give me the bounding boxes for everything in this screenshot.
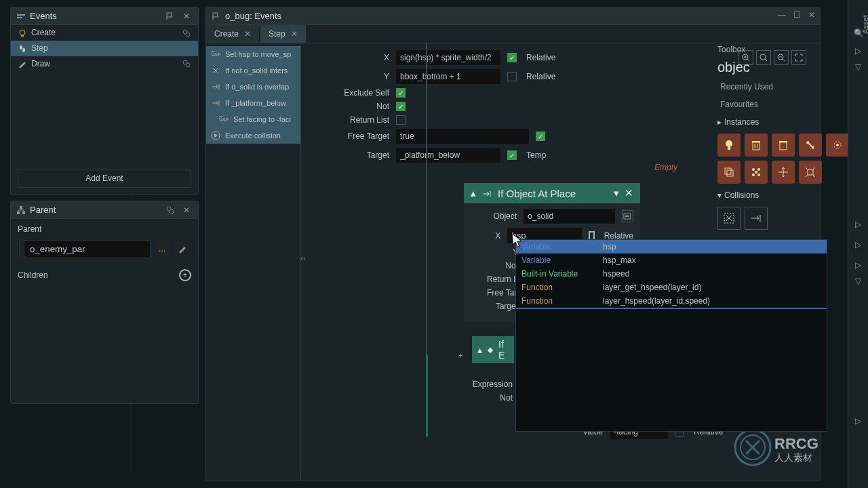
add-child-button[interactable]: + (179, 269, 191, 281)
svg-rect-29 (752, 141, 760, 142)
tab-close-icon[interactable]: ✕ (244, 29, 251, 39)
toolbox-instances-section[interactable]: ▸Instances (712, 113, 858, 131)
chain-icon (182, 28, 191, 38)
autocomplete-item[interactable]: Variablehsp (516, 240, 827, 253)
block-close-icon[interactable]: ✕ (625, 187, 633, 199)
action-item[interactable]: VARSet hsp to move_sp (206, 46, 300, 62)
action-label: If _platform_below (225, 99, 286, 107)
chevron-down-icon[interactable]: ▽ (855, 62, 861, 72)
field-label: X (342, 53, 389, 62)
add-event-button[interactable]: Add Event (18, 169, 191, 188)
toolbox-recently-used[interactable]: Recently Used (712, 78, 858, 96)
bracket-line (426, 43, 427, 355)
parent-more-button[interactable]: ... (155, 241, 170, 256)
x-field[interactable]: sign(hsp) * sprite_width/2 (396, 50, 500, 65)
if-expression-block-header[interactable]: ▴ If E (472, 336, 514, 363)
tab-create[interactable]: Create ✕ (206, 25, 259, 43)
relative-label: Relative (526, 72, 555, 81)
play-icon (210, 130, 221, 141)
collapse-icon[interactable]: ▴ (477, 344, 482, 355)
tool-trash2-button[interactable] (772, 134, 795, 157)
field-label: X (487, 231, 500, 241)
target-field[interactable]: _platform_below (396, 148, 500, 163)
bracket-line-green (426, 355, 428, 436)
events-close-icon[interactable]: ✕ (180, 12, 193, 21)
tool-grid-button[interactable] (745, 161, 768, 184)
relative-checkbox[interactable] (507, 53, 517, 62)
field-label: Object (487, 211, 517, 221)
collapse-icon[interactable]: ▴ (471, 187, 476, 199)
tool-arrows-button[interactable] (772, 161, 795, 184)
target-checkbox[interactable] (507, 150, 517, 160)
return-checkbox[interactable] (396, 115, 406, 125)
tab-close-icon[interactable]: ✕ (291, 29, 298, 39)
parent-input[interactable] (24, 240, 151, 258)
block-header[interactable]: ▴ If Object At Place ▾ ✕ (464, 183, 640, 203)
minimize-button[interactable]: — (775, 9, 789, 21)
toolbox-favourites[interactable]: Favourites (712, 96, 858, 113)
tab-step[interactable]: Step ✕ (260, 25, 306, 43)
relative-checkbox[interactable] (507, 72, 517, 81)
tool-lightbulb-button[interactable] (717, 134, 741, 157)
chevron-right-icon[interactable]: ▷ (855, 260, 861, 270)
tool-trash-button[interactable] (745, 134, 768, 157)
tool-link-button[interactable] (799, 134, 822, 157)
toolbox-collisions-section[interactable]: ▾Collisions (712, 186, 858, 204)
action-item[interactable]: If o_solid is overlap (206, 79, 300, 95)
tool-copy-button[interactable] (717, 161, 741, 184)
autocomplete-item[interactable]: Functionlayer_hspeed(layer_id,speed) (516, 294, 827, 309)
toolbox-search (712, 57, 858, 78)
free-checkbox[interactable] (536, 131, 545, 141)
not-checkbox[interactable] (396, 102, 406, 111)
tool-center-button[interactable] (799, 161, 822, 184)
svg-point-33 (836, 144, 839, 146)
action-item[interactable]: If not o_solid inters (206, 62, 300, 79)
chevron-down-icon: ▾ (717, 190, 722, 200)
object-field[interactable]: o_solid (524, 209, 615, 224)
chevron-right-icon[interactable]: ▷ (855, 240, 861, 249)
chain-icon[interactable] (165, 205, 175, 215)
field-label: Free Target (342, 131, 389, 141)
svg-rect-28 (753, 142, 760, 150)
chevron-down-icon[interactable]: ▽ (855, 277, 861, 286)
collision-arrow-button[interactable] (745, 207, 768, 230)
search-icon[interactable]: 🔍 (854, 28, 864, 38)
event-create[interactable]: Create (11, 25, 198, 41)
block-title: If E (498, 339, 509, 361)
chevron-right-icon[interactable]: ▷ (855, 220, 861, 229)
chevron-right-icon[interactable]: ▷ (855, 416, 861, 426)
exclude-checkbox[interactable] (396, 88, 406, 98)
collision-cross-button[interactable] (717, 207, 741, 230)
parent-edit-button[interactable] (174, 241, 191, 257)
parent-sprite-box[interactable] (18, 239, 20, 258)
empty-label: Empty (654, 163, 677, 172)
svg-point-5 (186, 33, 190, 37)
events-list: Create Step Draw (11, 25, 198, 71)
field-label: Not (472, 393, 513, 403)
action-item[interactable]: VARSet facing to -faci (206, 111, 300, 127)
close-button[interactable]: ✕ (805, 9, 818, 21)
tool-target-button[interactable] (826, 134, 849, 157)
y-field[interactable]: bbox_bottom + 1 (396, 69, 500, 84)
free-field[interactable]: true (396, 129, 529, 144)
collapse-handle[interactable]: ‹‹ (300, 253, 306, 263)
maximize-button[interactable]: ☐ (790, 9, 804, 21)
flag-icon[interactable] (165, 11, 175, 21)
chevron-right-icon[interactable]: ▷ (855, 46, 861, 56)
event-draw[interactable]: Draw (11, 56, 198, 72)
action-item[interactable]: If _platform_below (206, 95, 300, 111)
svg-rect-10 (20, 206, 22, 209)
autocomplete-item[interactable]: Built-in Variablehspeed (516, 267, 827, 281)
object-picker-button[interactable] (622, 210, 633, 222)
add-step-button[interactable]: + (458, 351, 463, 361)
event-step[interactable]: Step (11, 41, 198, 56)
chevron-down-icon[interactable]: ▾ (614, 187, 619, 199)
action-item[interactable]: Execute collision (206, 127, 300, 144)
parent-close-icon[interactable]: ✕ (180, 205, 193, 215)
toolbox-search-input[interactable] (717, 60, 868, 75)
autocomplete-item[interactable]: Functionlayer_get_hspeed(layer_id) (516, 281, 827, 294)
autocomplete-item[interactable]: Variablehsp_max (516, 253, 827, 267)
instances-grid (712, 131, 858, 186)
svg-rect-30 (780, 142, 787, 150)
svg-point-40 (755, 171, 757, 174)
